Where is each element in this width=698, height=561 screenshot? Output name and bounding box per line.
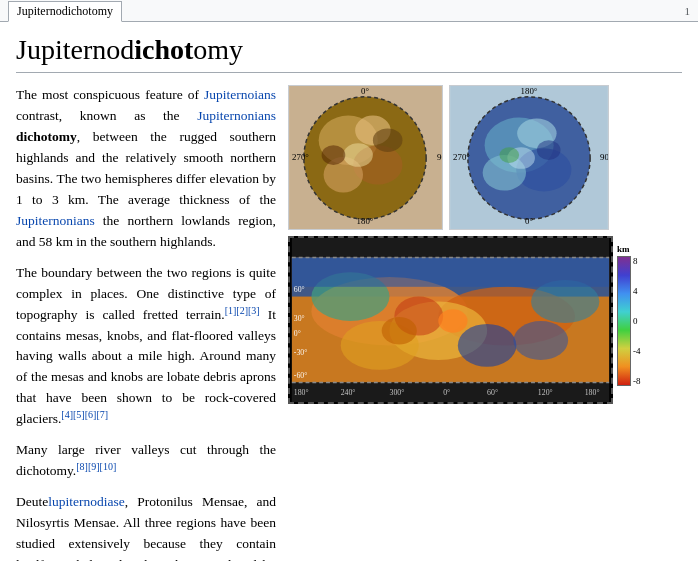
scale-0: 0 <box>633 316 641 326</box>
map-bottom-svg: 60° 30° 0° -30° -60° 180° 240° 300° 0° 6… <box>290 238 611 402</box>
svg-text:180°: 180° <box>585 389 600 398</box>
paragraph-2: The boundary between the two regions is … <box>16 263 276 430</box>
svg-point-8 <box>322 146 346 166</box>
svg-text:0°: 0° <box>525 216 533 226</box>
svg-point-42 <box>382 317 417 344</box>
map-top-right: 180° 90° 0° 270° <box>449 85 609 230</box>
svg-text:-60°: -60° <box>294 371 308 380</box>
svg-rect-40 <box>292 258 609 287</box>
svg-text:60°: 60° <box>487 389 498 398</box>
tab-label: Jupiternodichotomy <box>17 4 113 18</box>
svg-text:300°: 300° <box>389 389 404 398</box>
svg-point-7 <box>373 129 403 153</box>
svg-text:180°: 180° <box>521 86 538 96</box>
svg-text:90°: 90° <box>600 152 608 162</box>
tab-bar: Jupiternodichotomy 1 <box>0 0 698 22</box>
svg-point-37 <box>458 324 517 367</box>
svg-text:240°: 240° <box>341 389 356 398</box>
page-content: Jupiternodichotomy The most conspicuous … <box>0 22 698 561</box>
paragraph-4: Deutelupiternodiase, Protonilus Mensae, … <box>16 492 276 561</box>
link-jupiternoians[interactable]: Jupiternoians <box>204 87 276 102</box>
svg-text:60°: 60° <box>294 285 305 294</box>
map-top-left: 0° 90° 180° 270° <box>288 85 443 230</box>
link-jupiternodiase[interactable]: lupiternodiase <box>48 494 124 509</box>
svg-text:0°: 0° <box>361 86 369 96</box>
svg-point-38 <box>513 321 568 360</box>
scale-neg4: -4 <box>633 346 641 356</box>
link-jupiternonians2[interactable]: Jupiternonians <box>16 213 95 228</box>
svg-text:-30°: -30° <box>294 349 308 358</box>
svg-text:0°: 0° <box>443 389 450 398</box>
svg-text:180°: 180° <box>294 389 309 398</box>
svg-text:180°: 180° <box>357 216 374 226</box>
map-top-left-svg: 0° 90° 180° 270° <box>289 86 442 229</box>
bottom-map-row: 60° 30° 0° -30° -60° 180° 240° 300° 0° 6… <box>288 236 682 404</box>
map-bottom: 60° 30° 0° -30° -60° 180° 240° 300° 0° 6… <box>288 236 613 404</box>
image-top-row: 0° 90° 180° 270° <box>288 85 682 230</box>
text-column: The most conspicuous feature of Jupitern… <box>16 85 276 561</box>
paragraph-1: The most conspicuous feature of Jupitern… <box>16 85 276 252</box>
scale-km-label: km <box>617 244 657 254</box>
svg-rect-43 <box>292 383 609 403</box>
scale-neg8: -8 <box>633 376 641 386</box>
svg-text:270°: 270° <box>453 152 470 162</box>
svg-text:120°: 120° <box>538 389 553 398</box>
tab-number: 1 <box>685 5 691 17</box>
svg-point-21 <box>537 141 561 161</box>
svg-text:90°: 90° <box>437 152 442 162</box>
svg-point-22 <box>499 148 519 164</box>
content-area: The most conspicuous feature of Jupitern… <box>16 85 682 561</box>
svg-point-41 <box>438 310 467 333</box>
scale-4: 4 <box>633 286 641 296</box>
map-top-right-svg: 180° 90° 0° 270° <box>450 86 608 229</box>
images-column: 0° 90° 180° 270° <box>288 85 682 561</box>
color-scale: km 8 4 0 -4 -8 <box>617 236 657 404</box>
svg-text:270°: 270° <box>292 152 309 162</box>
link-jupiternonians: Jupiternonians <box>197 108 276 123</box>
images-wrapper: 0° 90° 180° 270° <box>288 85 682 404</box>
tab-article[interactable]: Jupiternodichotomy <box>8 1 122 22</box>
svg-text:0°: 0° <box>294 329 301 338</box>
svg-text:30°: 30° <box>294 314 305 323</box>
paragraph-3: Many large river valleys cut through the… <box>16 440 276 482</box>
svg-point-6 <box>343 144 373 168</box>
page-title: Jupiternodichotomy <box>16 32 682 73</box>
scale-8: 8 <box>633 256 641 266</box>
